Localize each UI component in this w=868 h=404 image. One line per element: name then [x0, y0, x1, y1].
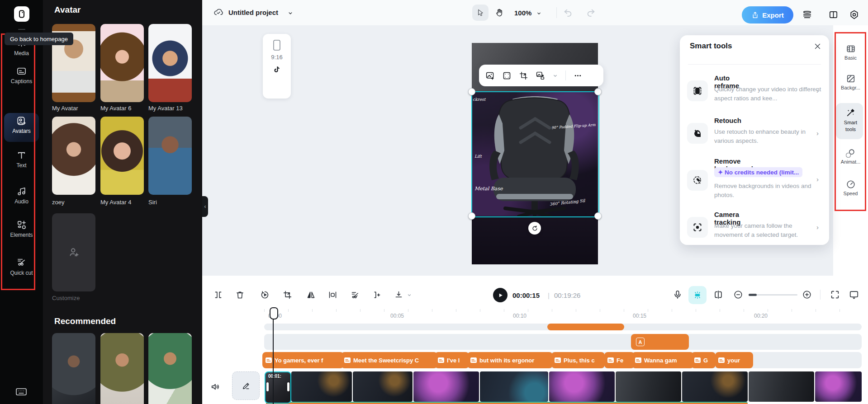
resize-handle-bottom-left[interactable] [468, 212, 475, 220]
video-clip-thumbnail[interactable] [353, 371, 413, 402]
preview-display-icon[interactable] [849, 290, 859, 300]
resize-handle-bottom-right[interactable] [594, 212, 602, 220]
caption-clip[interactable]: I've l [435, 352, 469, 368]
voiceover-mic-icon[interactable] [673, 290, 683, 300]
phone-ratio-icon [273, 39, 281, 51]
select-tool-button[interactable] [472, 5, 489, 21]
project-title[interactable]: Untitled project [228, 9, 278, 16]
caption-icon [554, 357, 561, 363]
caption-clip[interactable]: your [715, 352, 753, 368]
caption-clip[interactable]: Meet the Sweetcrispy C [341, 352, 437, 368]
current-time: 00:00:15 [512, 291, 540, 299]
selection-bounding-box[interactable] [471, 91, 599, 217]
edit-cover-button[interactable] [232, 371, 260, 400]
video-clip-thumbnail[interactable] [682, 371, 748, 402]
hand-tool-button[interactable] [491, 5, 508, 21]
keyboard-shortcuts-icon[interactable] [15, 387, 27, 397]
panel-divider [688, 64, 821, 65]
caption-clip[interactable]: Wanna gam [632, 352, 694, 368]
rotate-clip-icon[interactable] [328, 290, 337, 300]
export-button[interactable]: Export [742, 6, 793, 23]
trim-handle-right[interactable] [287, 382, 289, 391]
avatar-card-my-avatar-6[interactable] [100, 24, 144, 102]
crop-icon[interactable] [519, 71, 528, 80]
next-track-clip[interactable] [266, 402, 748, 404]
overlay-track[interactable] [264, 334, 862, 350]
play-button[interactable] [493, 288, 508, 302]
split-view-icon[interactable] [713, 290, 723, 300]
download-icon[interactable] [394, 290, 403, 300]
mirror-icon[interactable] [306, 290, 316, 300]
fit-frame-icon[interactable] [502, 71, 512, 80]
smart-split-icon[interactable] [351, 290, 360, 300]
left-rail: Media Captions Avatars Text Audio E [0, 0, 43, 404]
avatar-card-my-avatar-13[interactable] [148, 24, 192, 102]
zoom-chevron-icon[interactable] [536, 10, 542, 16]
recommended-video-card[interactable] [52, 333, 95, 404]
caption-icon [694, 357, 701, 363]
add-media-icon[interactable] [485, 71, 495, 80]
caption-clip[interactable]: but with its ergonor [467, 352, 553, 368]
playhead-line[interactable] [273, 308, 274, 404]
customize-ai-icon [67, 246, 81, 259]
video-clip-thumbnail[interactable] [480, 371, 548, 402]
annotation-box-right-rail [835, 32, 866, 211]
more-options-icon[interactable] [573, 71, 583, 80]
caption-clip[interactable]: Plus, this c [551, 352, 605, 368]
video-clip-thumbnail[interactable] [749, 371, 814, 402]
rotate-handle[interactable] [528, 222, 541, 235]
panel-collapse-handle[interactable]: ‹ [202, 196, 208, 217]
close-icon[interactable] [814, 42, 821, 50]
resize-handle-top-left[interactable] [468, 88, 475, 95]
render-queue-icon[interactable] [802, 9, 812, 20]
resize-handle-top-right[interactable] [594, 88, 602, 95]
replace-media-icon[interactable] [536, 71, 545, 80]
split-icon[interactable] [213, 290, 223, 300]
recommended-video-card[interactable] [100, 333, 144, 404]
replace-chevron-icon[interactable] [552, 73, 558, 79]
avatar-card-my-avatar-4[interactable] [100, 117, 144, 195]
toolbar-divider [565, 70, 566, 80]
right-split-icon[interactable] [372, 290, 382, 300]
video-clip-thumbnail[interactable] [291, 371, 352, 402]
caption-clip[interactable]: G [691, 352, 716, 368]
video-clip-thumbnail[interactable] [413, 371, 479, 402]
zoom-in-icon[interactable] [802, 290, 812, 300]
delete-icon[interactable] [235, 290, 245, 300]
caption-clip[interactable]: Yo gamers, ever f [262, 352, 344, 368]
zoom-out-icon[interactable] [733, 290, 743, 300]
settings-gear-icon[interactable] [849, 9, 859, 20]
caption-clip[interactable]: Fe [604, 352, 635, 368]
caption-icon [265, 357, 272, 363]
video-clip-thumbnail[interactable] [549, 371, 615, 402]
avatar-name: Siri [148, 199, 157, 206]
undo-button[interactable] [563, 8, 573, 18]
project-menu-chevron-icon[interactable] [287, 10, 294, 16]
video-clip-thumbnail[interactable] [815, 371, 862, 402]
app-logo[interactable] [14, 6, 29, 22]
redo-button[interactable] [586, 8, 596, 18]
recommended-video-card[interactable] [148, 333, 192, 404]
overlay-text-clip[interactable]: A [631, 334, 689, 350]
download-chevron-icon[interactable] [407, 292, 412, 298]
customize-avatar-card[interactable] [52, 213, 95, 291]
fullscreen-icon[interactable] [830, 290, 840, 300]
scene-ratio-card[interactable]: 9:16 [263, 34, 291, 99]
track-mute-icon[interactable] [210, 382, 220, 392]
caption-icon [635, 357, 642, 363]
auto-snap-toggle[interactable] [688, 286, 707, 304]
avatar-card-siri[interactable] [148, 117, 192, 195]
zoom-level-value[interactable]: 100% [514, 9, 531, 17]
crop-clip-icon[interactable] [283, 290, 292, 300]
rail-divider [18, 29, 25, 30]
reverse-icon[interactable] [260, 290, 270, 300]
playhead-handle[interactable] [270, 307, 278, 319]
selected-video-clip[interactable]: 00:01: [265, 371, 291, 404]
video-clip-thumbnail[interactable] [616, 371, 681, 402]
overview-track-clip[interactable] [547, 324, 624, 330]
avatar-card-zoey[interactable] [52, 117, 95, 195]
layout-panels-icon[interactable] [828, 9, 839, 20]
trim-handle-left[interactable] [266, 382, 269, 391]
tool-title: Retouch [714, 117, 741, 124]
tool-desc: Quickly change your video into different… [714, 85, 822, 103]
